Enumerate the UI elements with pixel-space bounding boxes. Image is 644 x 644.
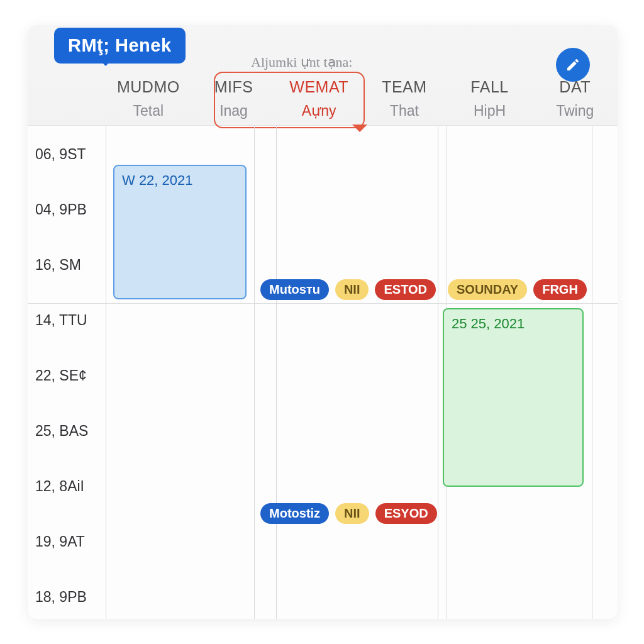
- user-tooltip-badge[interactable]: RMţ; Henek: [54, 28, 186, 64]
- time-label: 12, 8AiI: [35, 478, 84, 495]
- pill-row-1: Mutosтu NII ESTOD: [260, 279, 436, 300]
- day-header-3[interactable]: TEAM That: [362, 78, 447, 119]
- day-column-3[interactable]: [362, 126, 447, 619]
- calendar-header: RMţ; Henek Aljumki ựnt tạna: MUDMO Tetal…: [28, 25, 618, 126]
- time-label: 18, 9PB: [35, 589, 87, 606]
- day-header-sub: Tetal: [106, 103, 191, 119]
- event-title: W 22, 2021: [122, 172, 193, 188]
- time-gutter-head: [28, 78, 106, 119]
- pill[interactable]: FRGH: [533, 279, 587, 300]
- pill[interactable]: NII: [335, 503, 369, 524]
- day-header-label: FALL: [447, 78, 533, 96]
- day-header-1[interactable]: MIFS Inag: [191, 78, 277, 119]
- event-title: 25 25, 2021: [452, 316, 525, 331]
- day-headers-row: MUDMO Tetal MIFS Inag WEMAT Aựny TEAM Th…: [28, 78, 618, 119]
- time-label: 14, TTU: [35, 312, 87, 329]
- pill[interactable]: Mutosтu: [260, 279, 329, 300]
- grid-vline: [438, 126, 438, 619]
- time-label: 22, SE¢: [35, 367, 87, 384]
- day-header-5[interactable]: DAT Twing: [532, 78, 618, 119]
- calendar-card: RMţ; Henek Aljumki ựnt tạna: MUDMO Tetal…: [28, 25, 618, 619]
- day-header-label: WEMAT: [276, 78, 362, 96]
- day-column-2[interactable]: [276, 126, 362, 619]
- time-label: 25, BAS: [35, 423, 88, 440]
- time-label: 06, 9ST: [35, 146, 86, 163]
- time-gutter: 06, 9ST 04, 9PB 16, SM 14, TTU 22, SE¢ 2…: [28, 126, 106, 619]
- grid-vline: [592, 126, 592, 619]
- day-header-label: TEAM: [362, 78, 447, 96]
- pencil-icon: [565, 57, 580, 72]
- time-label: 04, 9PB: [35, 201, 87, 218]
- grid-vline: [106, 126, 106, 619]
- grid-vline: [254, 126, 255, 619]
- day-header-sub: HipH: [447, 103, 533, 119]
- header-subtitle: Aljumki ựnt tạna:: [251, 54, 352, 70]
- pill[interactable]: NII: [335, 279, 369, 300]
- pill[interactable]: SOUNDAY: [448, 279, 527, 300]
- pill[interactable]: ESYOD: [375, 503, 437, 524]
- pill-row-1b: SOUNDAY FRGH: [448, 279, 587, 300]
- day-header-label: DAT: [532, 78, 618, 96]
- event-block-green[interactable]: 25 25, 2021: [443, 308, 584, 487]
- event-block-blue[interactable]: W 22, 2021: [113, 165, 247, 299]
- day-header-sub: That: [362, 103, 447, 119]
- edit-button[interactable]: [556, 48, 590, 82]
- day-header-label: MUDMO: [106, 78, 191, 96]
- pill[interactable]: ESTOD: [375, 279, 436, 300]
- day-header-4[interactable]: FALL HipH: [447, 78, 533, 119]
- day-header-sub: Inag: [191, 103, 277, 119]
- day-header-0[interactable]: MUDMO Tetal: [106, 78, 191, 119]
- pill[interactable]: Motostiz: [260, 503, 329, 524]
- calendar-grid[interactable]: 06, 9ST 04, 9PB 16, SM 14, TTU 22, SE¢ 2…: [28, 126, 618, 619]
- day-header-sub: Twing: [532, 103, 618, 119]
- day-header-label: MIFS: [191, 78, 277, 96]
- day-header-sub: Aựny: [276, 103, 362, 119]
- pill-row-2: Motostiz NII ESYOD: [260, 503, 437, 524]
- time-label: 19, 9AT: [35, 533, 85, 550]
- time-label: 16, SM: [35, 257, 81, 274]
- day-header-2[interactable]: WEMAT Aựny: [276, 78, 362, 119]
